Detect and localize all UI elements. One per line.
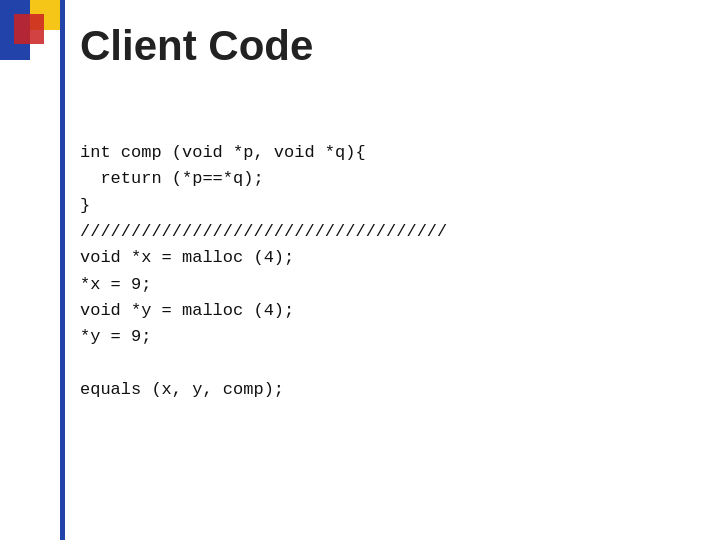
code-line-9: equals (x, y, comp); [80, 377, 447, 403]
code-line-6: *x = 9; [80, 272, 447, 298]
code-line-3: } [80, 193, 447, 219]
code-line-1: int comp (void *p, void *q){ [80, 140, 447, 166]
code-line-4: //////////////////////////////////// [80, 219, 447, 245]
decoration-corner [0, 0, 60, 60]
code-line-5: void *x = malloc (4); [80, 245, 447, 271]
code-block: int comp (void *p, void *q){ return (*p=… [80, 140, 447, 403]
slide-title: Client Code [80, 22, 313, 70]
code-line-blank [80, 351, 447, 377]
code-line-7: void *y = malloc (4); [80, 298, 447, 324]
deco-red-rect [14, 14, 44, 44]
vertical-bar-accent [60, 0, 65, 540]
code-line-8: *y = 9; [80, 324, 447, 350]
slide: Client Code int comp (void *p, void *q){… [0, 0, 720, 540]
code-line-2: return (*p==*q); [80, 166, 447, 192]
